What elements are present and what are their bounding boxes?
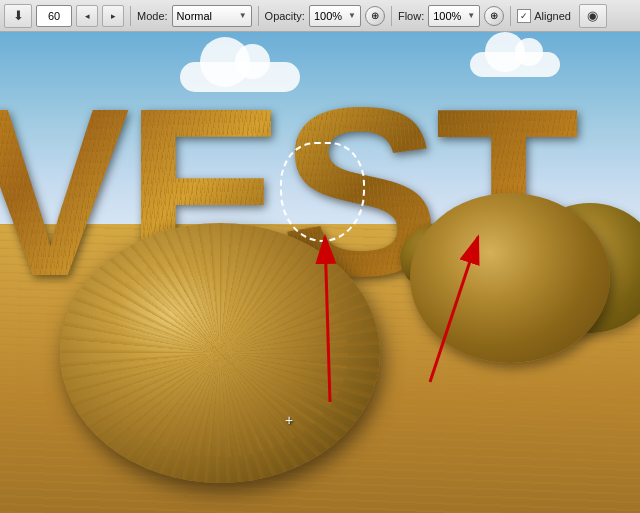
brush-size-display: 60 [36,5,72,27]
aligned-checkbox[interactable]: ✓ [517,9,531,23]
divider4 [510,6,511,26]
aligned-check-icon: ✓ [520,11,528,21]
mode-value: Normal [177,10,237,22]
hay-bale-front-inner-rings [92,249,348,457]
divider2 [258,6,259,26]
mode-label: Mode: [137,10,168,22]
mode-select[interactable]: Normal ▼ [172,5,252,27]
aligned-checkbox-area[interactable]: ✓ Aligned [517,9,571,23]
clone-source-button[interactable]: ◉ [579,4,607,28]
hay-bale-middle [410,193,610,363]
flow-chevron-icon: ▼ [467,11,475,20]
opacity-value: 100% [314,10,346,22]
flow-label: Flow: [398,10,424,22]
sample-icon-button[interactable]: ⊕ [365,6,385,26]
flow-sample-icon-button[interactable]: ⊕ [484,6,504,26]
size-increase-button[interactable]: ▸ [102,5,124,27]
opacity-label: Opacity: [265,10,305,22]
decrease-icon: ◂ [85,11,90,21]
clone-stamp-icon: ⬇ [13,8,24,23]
flow-sample-icon: ⊕ [490,10,498,21]
flow-select[interactable]: 100% ▼ [428,5,480,27]
increase-icon: ▸ [111,11,116,21]
divider1 [130,6,131,26]
canvas-area: VEST VEST + [0,32,640,513]
clone-source-icon: ◉ [587,8,598,23]
flow-value: 100% [433,10,465,22]
size-decrease-button[interactable]: ◂ [76,5,98,27]
divider3 [391,6,392,26]
clone-stamp-tool-button[interactable]: ⬇ [4,4,32,28]
opacity-select[interactable]: 100% ▼ [309,5,361,27]
hay-bale-front-large [60,223,380,483]
selection-marquee [280,142,365,242]
toolbar: ⬇ 60 ◂ ▸ Mode: Normal ▼ Opacity: 100% ▼ … [0,0,640,32]
crosshair-cursor: + [285,412,293,428]
opacity-chevron-icon: ▼ [348,11,356,20]
brush-size-value: 60 [48,10,60,22]
aligned-label: Aligned [534,10,571,22]
sample-icon: ⊕ [371,10,379,21]
mode-chevron-icon: ▼ [239,11,247,20]
